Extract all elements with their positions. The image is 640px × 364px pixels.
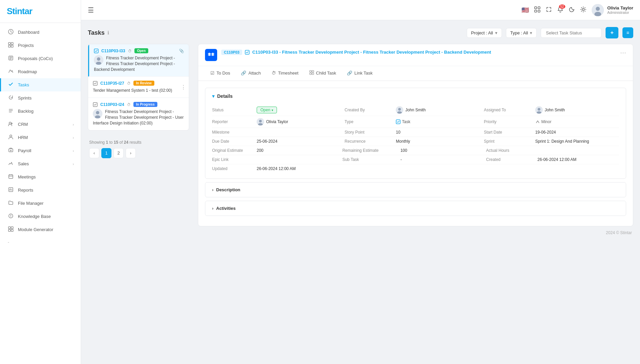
sidebar-item-file-manager[interactable]: File Manager — [0, 197, 81, 210]
sidebar-item-crm-label: CRM — [18, 122, 28, 127]
task-item-2[interactable]: C110P35-I27 ⏱ In Review Tender Managemen… — [88, 77, 189, 98]
add-task-button[interactable]: + — [606, 27, 618, 38]
sidebar-item-module-generator-label: Module Generator — [18, 227, 53, 232]
details-section-title: Details — [217, 93, 233, 99]
file-manager-icon — [8, 200, 14, 206]
sidebar-item-extra: - — [0, 236, 81, 248]
detail-row-7: Updated 26-06-2024 12:00 AM — [212, 164, 619, 173]
task-item-1[interactable]: C110P03-I33 ⏱ Open 📎 Fitness Tracker Dev… — [88, 44, 189, 77]
detail-more-button[interactable]: ⋯ — [620, 49, 626, 56]
menu-toggle-button[interactable]: ☰ — [88, 6, 94, 14]
reporter-name: Olivia Taylor — [266, 119, 288, 124]
activities-section-header[interactable]: › Activities — [205, 201, 626, 216]
description-section-header[interactable]: › Description — [205, 183, 626, 197]
epic-link-label: Epic Link — [212, 157, 253, 162]
svg-rect-1 — [8, 43, 10, 45]
sidebar-item-roadmap[interactable]: Roadmap — [0, 65, 81, 78]
detail-row-5: Original Estimate 200 Remaining Estimate… — [212, 146, 619, 155]
tab-child-task[interactable]: Child Task — [304, 66, 342, 81]
sidebar-item-knowledge-base-label: Knowledge Base — [18, 214, 51, 219]
notifications-icon[interactable]: 52 — [557, 6, 563, 14]
description-section: › Description — [205, 182, 626, 197]
pagination-page-1-button[interactable]: 1 — [101, 148, 111, 158]
task-status-input[interactable] — [541, 28, 601, 38]
tab-timesheet[interactable]: ⏱ Timesheet — [266, 66, 304, 81]
payroll-arrow-icon: › — [73, 149, 74, 153]
sidebar-item-module-generator[interactable]: Module Generator — [0, 223, 81, 236]
assigned-to-name: John Smith — [545, 108, 565, 112]
task-check-icon — [94, 49, 99, 53]
type-filter-arrow-icon: ▾ — [530, 30, 532, 35]
details-section-header[interactable]: ▾ Details — [212, 93, 619, 99]
svg-point-21 — [582, 8, 584, 10]
sidebar-item-backlog[interactable]: Backlog — [0, 105, 81, 118]
svg-rect-19 — [535, 10, 537, 12]
app-name: Stintar — [7, 6, 32, 16]
pagination-area: Showing 1 to 15 of 24 results ‹ 1 2 › — [88, 131, 193, 162]
svg-rect-14 — [11, 227, 13, 229]
sidebar-item-projects[interactable]: Projects — [0, 39, 81, 52]
detail-row-2: Reporter Olivia Taylor Type Task — [212, 116, 619, 128]
main-area: ☰ 🇺🇸 52 — [81, 0, 640, 364]
project-filter-select[interactable]: Project : All ▾ — [467, 28, 502, 38]
sidebar-item-meetings-label: Meetings — [18, 174, 36, 179]
sidebar-item-tasks[interactable]: Tasks — [0, 78, 81, 91]
assigned-to-avatar — [535, 106, 543, 114]
list-view-button[interactable]: ≡ — [622, 27, 633, 38]
sidebar-item-payroll[interactable]: Payroll › — [0, 144, 81, 157]
header-right: 🇺🇸 52 Olivia Taylor — [521, 4, 633, 16]
sidebar-item-sales[interactable]: Sales › — [0, 157, 81, 170]
link-task-icon: 🔗 — [347, 71, 352, 76]
settings-icon[interactable] — [580, 6, 586, 14]
sidebar-item-hrm[interactable]: HRM › — [0, 131, 81, 144]
task-avatar-3 — [93, 109, 102, 118]
tab-todos[interactable]: ☑ To Dos — [205, 66, 235, 81]
svg-rect-18 — [538, 7, 540, 9]
svg-rect-16 — [11, 229, 13, 231]
description-chevron-icon: › — [212, 188, 213, 192]
pagination-prev-button[interactable]: ‹ — [89, 148, 99, 158]
user-info[interactable]: Olivia Taylor Administrator — [592, 4, 633, 16]
pagination-page-2-button[interactable]: 2 — [113, 148, 124, 158]
attach-icon-1: 📎 — [179, 49, 184, 53]
reporter-value: Olivia Taylor — [257, 118, 340, 125]
type-value: Task — [396, 119, 480, 124]
sidebar-item-crm[interactable]: CRM › — [0, 118, 81, 131]
tab-timesheet-label: Timesheet — [278, 71, 298, 76]
language-flag-icon[interactable]: 🇺🇸 — [521, 6, 529, 14]
sidebar-item-meetings[interactable]: Meetings — [0, 170, 81, 184]
reporter-avatar — [257, 118, 264, 125]
task-more-icon-2[interactable]: ⋮ — [181, 84, 186, 90]
dark-mode-icon[interactable] — [569, 6, 575, 14]
attach-link-icon: 🔗 — [241, 71, 246, 76]
tab-attach[interactable]: 🔗 Attach — [235, 66, 266, 81]
sidebar-item-proposals[interactable]: Proposals (CoCo) — [0, 52, 81, 65]
apps-icon[interactable] — [534, 6, 540, 14]
task-status-badge-2: In Review — [133, 81, 154, 86]
task-detail-panel: C110P03 C110P03-I33 - Fitness Tracker De… — [198, 44, 633, 226]
svg-rect-3 — [8, 45, 10, 47]
expand-icon[interactable] — [546, 6, 552, 14]
svg-point-6 — [9, 122, 11, 124]
svg-point-12 — [10, 217, 11, 217]
pagination-next-button[interactable]: › — [126, 148, 136, 158]
user-name: Olivia Taylor — [607, 5, 633, 10]
task-item-3[interactable]: C110P03-I24 ⏱ In Progress Fitness Tracke… — [88, 98, 189, 130]
tab-link-task[interactable]: 🔗 Link Task — [341, 66, 378, 81]
user-role: Administrator — [607, 10, 633, 15]
sidebar-item-sales-label: Sales — [18, 161, 29, 166]
story-point-label: Story Point — [344, 130, 392, 135]
sales-icon — [8, 161, 14, 167]
recurrence-label: Recurrence — [344, 139, 392, 144]
sidebar-item-dashboard[interactable]: Dashboard — [0, 26, 81, 39]
project-filter-arrow-icon: ▾ — [495, 30, 497, 35]
sidebar-item-sprints[interactable]: Sprints — [0, 91, 81, 105]
sidebar-item-reports-label: Reports — [18, 188, 33, 193]
created-value: 26-06-2024 12:00 AM — [537, 157, 619, 162]
sidebar-item-hrm-label: HRM — [18, 135, 28, 140]
status-open-badge[interactable]: Open ▾ — [257, 107, 277, 113]
type-filter-select[interactable]: Type : All ▾ — [506, 28, 537, 38]
sidebar-item-reports[interactable]: Reports — [0, 184, 81, 197]
sidebar-item-knowledge-base[interactable]: Knowledge Base — [0, 210, 81, 223]
notification-badge: 52 — [559, 4, 565, 9]
